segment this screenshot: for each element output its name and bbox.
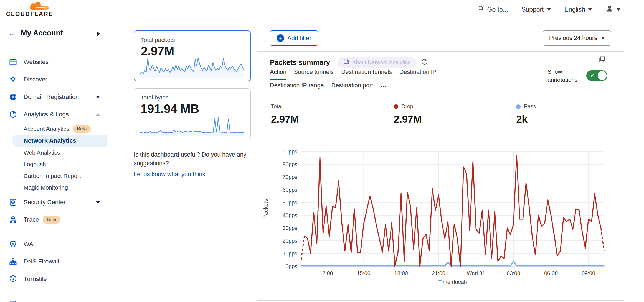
- more-tabs-button[interactable]: ...: [381, 82, 386, 93]
- search-icon: [478, 5, 485, 14]
- sidebar-item-label: Websites: [24, 58, 49, 66]
- stat-label: Pass: [524, 103, 536, 110]
- browser-window-icon: [8, 57, 18, 67]
- trace-tree-icon: [8, 215, 18, 224]
- user-icon: [606, 5, 613, 14]
- total-packets-card[interactable]: Total packets 2.97M: [134, 30, 251, 81]
- main-content: + Add filter Previous 24 hours Packets s…: [257, 19, 625, 302]
- tab-source-tunnels[interactable]: Source tunnels: [294, 69, 334, 80]
- sidebar-subitem-web-analytics[interactable]: Web Analytics: [0, 147, 107, 158]
- svg-text:Packets: Packets: [263, 199, 269, 219]
- svg-text:60pps: 60pps: [283, 187, 297, 193]
- stat-value: 2.97M: [394, 114, 502, 125]
- panel-title: Packets summary: [270, 58, 330, 66]
- go-to-label: Go to...: [487, 6, 508, 13]
- total-bytes-card[interactable]: Total bytes 191.94 MB: [134, 88, 251, 139]
- sidebar-item-label: Domain Registration: [24, 93, 79, 101]
- bytes-sparkline: [140, 113, 244, 136]
- tab-action[interactable]: Action: [270, 69, 286, 80]
- sidebar-item-label: Turnstile: [24, 275, 47, 283]
- pie-chart-icon: [8, 110, 18, 119]
- stat-label: Drop: [402, 103, 413, 110]
- chevron-up-icon: [96, 113, 100, 116]
- svg-text:90pps: 90pps: [283, 149, 297, 155]
- chevron-down-icon: [547, 8, 551, 11]
- feedback-link[interactable]: Let us know what you think: [134, 170, 205, 179]
- panel-header: Packets summary About Network Analytics: [270, 57, 428, 68]
- tab-destination-tunnels[interactable]: Destination tunnels: [341, 69, 392, 80]
- cloudflare-logo[interactable]: CLOUDFLARE: [6, 2, 53, 18]
- svg-text:06:00: 06:00: [544, 270, 558, 276]
- series-stats-row: Total 2.97M Drop 2.97M Pass 2k: [257, 100, 625, 130]
- add-filter-label: Add filter: [287, 35, 311, 42]
- sidebar-item-trace[interactable]: Trace Beta: [0, 211, 107, 228]
- top-nav: Go to... Support English: [478, 0, 621, 19]
- chevron-down-icon: [96, 96, 100, 98]
- beta-badge: Beta: [73, 125, 91, 133]
- svg-text:80pps: 80pps: [283, 161, 297, 167]
- sidebar-subitem-carbon-impact-report[interactable]: Carbon Impact Report: [0, 170, 107, 182]
- stat-value: 2k: [516, 114, 625, 125]
- svg-text:10pps: 10pps: [283, 250, 297, 257]
- sidebar-item-domain-registration[interactable]: Domain Registration: [0, 88, 107, 106]
- about-network-analytics-badge[interactable]: About Network Analytics: [337, 57, 416, 68]
- svg-text:12:00: 12:00: [320, 270, 333, 276]
- globe-icon: [8, 92, 18, 102]
- sidebar-subitem-magic-monitoring[interactable]: Magic Monitoring: [0, 182, 107, 193]
- hierarchy-nodes-icon: [8, 257, 18, 266]
- account-menu[interactable]: [606, 5, 621, 14]
- sidebar-subitem-logpush[interactable]: Logpush: [0, 158, 107, 170]
- stat-drop: Drop 2.97M: [380, 100, 502, 130]
- chevron-down-icon: [601, 37, 605, 39]
- check-icon: ✓: [590, 72, 595, 79]
- data-freshness-pie-icon: [421, 58, 428, 66]
- chevron-right-icon[interactable]: [97, 32, 100, 36]
- line-chart-svg: 0pps10pps20pps30pps40pps50pps60pps70pps8…: [261, 147, 616, 291]
- svg-text:18:00: 18:00: [394, 270, 408, 276]
- back-arrow-icon[interactable]: ←: [8, 28, 17, 38]
- svg-text:70pps: 70pps: [283, 174, 297, 180]
- drop-series-dot: [394, 104, 398, 109]
- sidebar-item-label: Discover: [24, 76, 47, 83]
- chevron-down-icon: [616, 8, 621, 11]
- sidebar-item-label: WAF: [24, 240, 37, 248]
- support-menu[interactable]: Support: [521, 6, 551, 13]
- show-annotations-control: Show annotations ✓: [547, 68, 607, 84]
- svg-text:20pps: 20pps: [283, 238, 297, 244]
- go-to-search[interactable]: Go to...: [478, 5, 508, 14]
- packets-sparkline: [140, 55, 244, 78]
- tab-destination-ip-range[interactable]: Destination IP range: [270, 82, 324, 93]
- stat-value: 2.97M: [271, 114, 380, 125]
- time-range-dropdown[interactable]: Previous 24 hours: [543, 30, 611, 46]
- tab-destination-ip[interactable]: Destination IP: [399, 69, 437, 80]
- sidebar-subitem-account-analytics[interactable]: Account Analytics Beta: [0, 123, 107, 135]
- sidebar-item-cutoff[interactable]: [0, 295, 107, 302]
- logo-wordmark: CLOUDFLARE: [6, 11, 53, 17]
- add-filter-button[interactable]: + Add filter: [270, 30, 318, 46]
- sidebar-item-label: Analytics & Logs: [24, 111, 69, 118]
- svg-text:03:00: 03:00: [507, 270, 520, 276]
- svg-text:Wed 31: Wed 31: [467, 270, 485, 276]
- sidebar-subitem-network-analytics[interactable]: Network Analytics: [12, 135, 107, 147]
- language-menu[interactable]: English: [564, 6, 592, 13]
- sidebar-item-websites[interactable]: Websites: [0, 53, 107, 71]
- svg-text:40pps: 40pps: [283, 212, 297, 218]
- dimension-tabs: Action Source tunnels Destination tunnel…: [270, 69, 492, 93]
- sidebar-divider: [8, 291, 99, 291]
- sidebar-item-discover[interactable]: Discover: [0, 71, 107, 88]
- show-annotations-toggle[interactable]: ✓: [586, 70, 607, 81]
- expand-panel-icon[interactable]: [598, 55, 606, 64]
- tab-destination-port[interactable]: Destination port: [331, 82, 373, 93]
- feedback-question: Is this dashboard useful? Do you have an…: [134, 150, 259, 167]
- sidebar-item-turnstile[interactable]: Turnstile: [0, 270, 107, 288]
- sidebar-item-dns-firewall[interactable]: DNS Firewall: [0, 253, 107, 270]
- support-label: Support: [521, 6, 544, 13]
- sidebar-item-waf[interactable]: WAF: [0, 235, 107, 253]
- sidebar-item-security-center[interactable]: Security Center: [0, 193, 107, 211]
- cloudflare-cloud-icon: [28, 2, 51, 11]
- feedback-block: Is this dashboard useful? Do you have an…: [134, 150, 259, 179]
- packets-summary-panel: Packets summary About Network Analytics: [257, 51, 624, 298]
- lightbulb-icon: [8, 75, 18, 84]
- sidebar-item-analytics-logs[interactable]: Analytics & Logs: [0, 106, 107, 123]
- card-title: Total packets: [141, 37, 244, 43]
